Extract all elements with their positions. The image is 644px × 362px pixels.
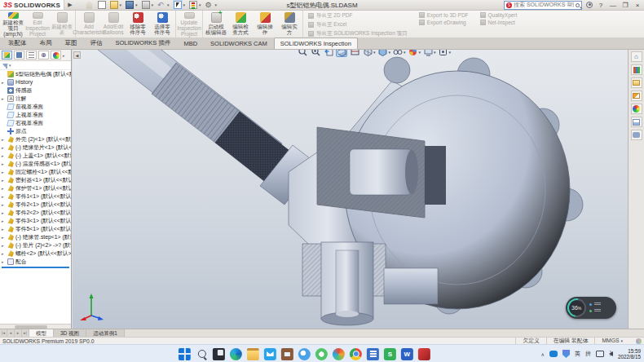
tree-item[interactable]: ▸ History bbox=[0, 78, 71, 86]
help-button[interactable]: ? bbox=[597, 2, 605, 9]
feature-tree-tab[interactable] bbox=[2, 51, 12, 60]
tree-item[interactable]: ▸ 零件5<1> (默认<<默认>_显示状态 bbox=[0, 225, 71, 233]
expand-arrow-icon[interactable]: ▸ bbox=[2, 168, 6, 176]
home-icon[interactable] bbox=[86, 1, 94, 9]
win-start-icon[interactable] bbox=[179, 348, 191, 360]
expand-arrow-icon[interactable]: ▸ bbox=[2, 225, 6, 233]
tree-item[interactable]: ▸ 零件2<1> (默认<<默认>_显示状态 bbox=[0, 201, 71, 209]
export-menu-item[interactable]: Export to 3D PDF bbox=[419, 12, 469, 18]
command-tab[interactable]: SOLIDWORKS CAM bbox=[204, 38, 274, 49]
expand-arrow-icon[interactable]: ▸ bbox=[2, 160, 6, 168]
edit-measure-button[interactable]: 编辑实 方 bbox=[277, 11, 302, 37]
chevron-down-icon[interactable]: ▾ bbox=[373, 50, 376, 55]
first-tab-button[interactable]: |◂ bbox=[0, 329, 7, 337]
tree-item[interactable]: ▸ 密封器<1> (默认<<默认>_显示状态 bbox=[0, 176, 71, 184]
edit-operation-button[interactable]: 编辑操 作 bbox=[253, 11, 277, 37]
chevron-down-icon[interactable]: ▾ bbox=[9, 63, 11, 68]
tree-item[interactable]: ▸ 零件3<1> (默认<<默认>_显示状态 bbox=[0, 217, 71, 225]
custom-properties-icon[interactable] bbox=[631, 117, 642, 127]
minimize-button[interactable]: — bbox=[609, 2, 617, 9]
search-icon[interactable] bbox=[196, 348, 208, 360]
close-button[interactable]: × bbox=[633, 2, 642, 9]
chevron-down-icon[interactable]: ▾ bbox=[434, 50, 436, 55]
restore-button[interactable]: ❐ bbox=[621, 2, 629, 9]
docs-icon[interactable]: S bbox=[384, 348, 396, 360]
tree-item[interactable]: ▸ (-) 绝缘管.step<1> (默认<<默认>_ bbox=[0, 233, 71, 241]
record-overlay-widget[interactable]: 36% bbox=[566, 297, 616, 319]
tree-item[interactable]: 传感器 bbox=[0, 86, 71, 95]
help-search-input[interactable]: S 搜索 SOLIDWORKS 帮助 bbox=[504, 1, 582, 10]
export-menu-item[interactable]: 导出至 SOLIDWORKS Inspection 项目 bbox=[308, 30, 408, 38]
expand-arrow-icon[interactable]: ▸ bbox=[2, 78, 6, 86]
undo-icon[interactable]: ↶ bbox=[157, 1, 165, 9]
expand-arrow-icon[interactable]: ▸ bbox=[2, 241, 6, 249]
tree-item[interactable]: ▸ 注解 bbox=[0, 95, 71, 103]
next-tab-button[interactable]: ▸ bbox=[15, 329, 22, 337]
launch-template-editor-button[interactable]: 启动模 板编辑器 bbox=[204, 11, 228, 37]
view-tab[interactable]: 模型 bbox=[29, 329, 54, 337]
property-manager-tab[interactable] bbox=[14, 51, 24, 60]
command-tab[interactable]: 草图 bbox=[59, 37, 84, 49]
3d-drawing-view-icon[interactable] bbox=[349, 50, 360, 57]
3d-model-thermocouple[interactable] bbox=[73, 50, 628, 329]
file-explorer-icon[interactable] bbox=[631, 77, 642, 88]
cloud-browser-icon[interactable] bbox=[298, 348, 311, 360]
expand-arrow-icon[interactable]: ▸ bbox=[2, 143, 6, 152]
section-view-icon[interactable] bbox=[336, 50, 347, 57]
tree-item[interactable]: ▸ 零件2<2> (默认<<默认>_显示状态 bbox=[0, 209, 71, 217]
record-widget-button[interactable] bbox=[589, 309, 601, 313]
tree-item[interactable]: ▸ (-) 绝缘垫片<1> (默认<<默认>_显示 bbox=[0, 143, 71, 152]
graphics-viewport[interactable]: ◀ ▾ ▾ ▾ ▾ ▾ ▾ 36% bbox=[73, 50, 628, 329]
export-menu-item[interactable]: 导出至 Excel bbox=[308, 21, 408, 29]
export-menu-item[interactable]: Net-Inspect bbox=[480, 20, 518, 25]
expand-arrow-icon[interactable]: ▸ bbox=[2, 95, 6, 103]
ime-language-en[interactable]: 英 bbox=[575, 350, 580, 358]
taskview-icon[interactable] bbox=[213, 348, 225, 360]
store-icon[interactable] bbox=[281, 348, 293, 360]
prev-tab-button[interactable]: ◂ bbox=[7, 329, 15, 337]
tray-clock[interactable]: 15:59 2022/8/15 bbox=[618, 348, 641, 360]
forum-icon[interactable] bbox=[631, 130, 642, 140]
tree-item[interactable]: 前视基准面 bbox=[0, 103, 71, 111]
view-tab[interactable]: 3D 视图 bbox=[54, 329, 86, 337]
mail-icon[interactable] bbox=[264, 348, 276, 360]
display-manager-tab[interactable] bbox=[51, 51, 61, 60]
status-tag-icon[interactable] bbox=[636, 338, 642, 344]
command-tab[interactable]: 布局 bbox=[33, 37, 59, 49]
security-shield-icon[interactable] bbox=[562, 350, 570, 358]
view-palette-icon[interactable] bbox=[631, 90, 642, 101]
view-orientation-icon[interactable] bbox=[362, 50, 373, 57]
collapse-panel-arrow-icon[interactable]: ◀ bbox=[73, 51, 81, 59]
tree-item[interactable]: ▸ (-) 温度传感器<1> (默认<<默认>_显 bbox=[0, 160, 71, 168]
select-icon[interactable] bbox=[174, 1, 182, 9]
display-tray-icon[interactable] bbox=[596, 351, 604, 357]
previous-view-icon[interactable] bbox=[323, 50, 334, 57]
configuration-manager-tab[interactable] bbox=[26, 51, 37, 60]
expand-arrow-icon[interactable]: ▸ bbox=[2, 176, 6, 184]
select-balloons-button[interactable]: 选择零 件序号 bbox=[150, 11, 174, 37]
chevron-down-icon[interactable]: ▾ bbox=[419, 50, 421, 55]
chevron-down-icon[interactable]: ▾ bbox=[389, 50, 391, 55]
active-app-icon[interactable] bbox=[418, 348, 430, 360]
export-menu-item[interactable]: QualityXpert bbox=[480, 12, 518, 18]
zoom-fit-icon[interactable] bbox=[297, 50, 308, 57]
dimxpert-manager-tab[interactable]: ⊕ bbox=[38, 51, 49, 60]
tree-item[interactable]: ▸ (-) 上盖<1> (默认<<默认>_显示状态 bbox=[0, 152, 71, 160]
hide-show-items-icon[interactable] bbox=[392, 50, 404, 57]
menu-expand-arrow[interactable]: ▶ bbox=[64, 2, 75, 8]
chevron-down-icon[interactable]: ▾ bbox=[404, 50, 406, 55]
display-style-icon[interactable] bbox=[377, 50, 389, 57]
zoom-area-icon[interactable] bbox=[310, 50, 321, 57]
export-menu-item[interactable]: Export eDrawing bbox=[419, 20, 469, 25]
command-tab[interactable]: SOLIDWORKS Inspection bbox=[274, 38, 358, 49]
tab-overflow-arrow[interactable]: ▸ bbox=[63, 53, 65, 58]
explorer-icon[interactable] bbox=[247, 348, 259, 360]
rebuild-icon[interactable] bbox=[189, 1, 197, 9]
safe360-icon[interactable] bbox=[315, 348, 328, 360]
view-tab[interactable]: 运动算例1 bbox=[86, 329, 125, 337]
last-tab-button[interactable]: ▸| bbox=[22, 329, 29, 337]
command-tab[interactable]: MBD bbox=[177, 38, 204, 49]
tree-item[interactable]: ▸ 配合 bbox=[0, 258, 71, 266]
chrome-icon[interactable] bbox=[350, 348, 362, 360]
command-tab[interactable]: 评估 bbox=[84, 37, 109, 49]
